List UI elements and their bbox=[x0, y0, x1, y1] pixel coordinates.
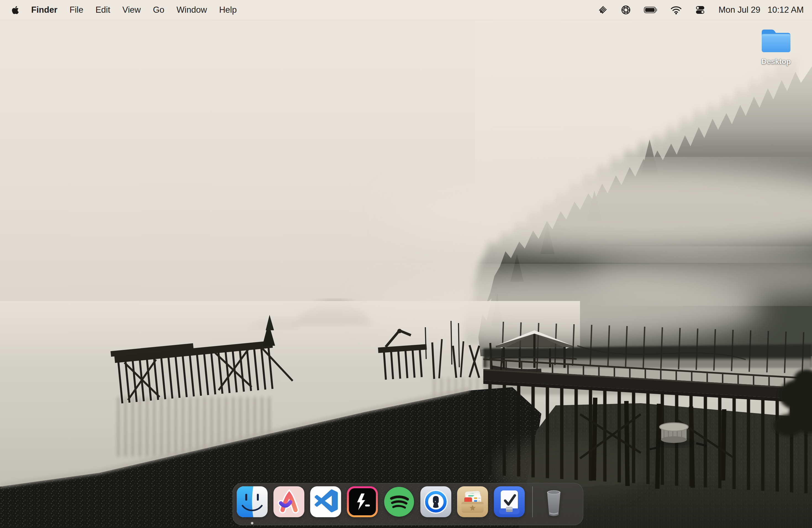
dock-trash-icon[interactable] bbox=[538, 486, 569, 517]
dock bbox=[233, 483, 583, 525]
finder-running-indicator bbox=[251, 522, 253, 524]
dock-vscode-icon[interactable] bbox=[310, 486, 341, 517]
apple-menu[interactable] bbox=[12, 5, 25, 15]
battery-icon[interactable] bbox=[644, 5, 657, 15]
dock-finder-icon[interactable] bbox=[237, 486, 267, 517]
striped-glyph-menu-extra-icon[interactable] bbox=[598, 5, 608, 15]
dock-warp-terminal-icon[interactable] bbox=[347, 486, 378, 517]
menu-bar: Finder File Edit View Go Window Help bbox=[0, 0, 812, 20]
menu-edit[interactable]: Edit bbox=[89, 5, 116, 15]
desktop-folder-label: Desktop bbox=[762, 57, 791, 66]
dock-1password-icon[interactable] bbox=[420, 486, 451, 517]
menubar-app-name[interactable]: Finder bbox=[25, 5, 63, 15]
macos-desktop: Finder File Edit View Go Window Help bbox=[0, 0, 812, 528]
dock-arc-browser-icon[interactable] bbox=[273, 486, 304, 517]
folder-icon bbox=[759, 27, 793, 56]
menubar-clock[interactable]: Mon Jul 29 10:12 AM bbox=[719, 5, 804, 15]
wallpaper-foggy-pier bbox=[0, 0, 812, 528]
dock-spotify-icon[interactable] bbox=[383, 486, 415, 517]
dock-things-icon[interactable] bbox=[494, 486, 525, 517]
menu-view[interactable]: View bbox=[116, 5, 147, 15]
control-center-icon[interactable] bbox=[695, 5, 706, 15]
clock-date: Mon Jul 29 bbox=[719, 5, 760, 15]
dock-separator bbox=[532, 486, 533, 517]
apple-logo-icon bbox=[12, 5, 19, 15]
menu-go[interactable]: Go bbox=[147, 5, 170, 15]
wifi-icon[interactable] bbox=[670, 5, 682, 15]
dock-goodlinks-icon[interactable] bbox=[457, 486, 488, 517]
menu-file[interactable]: File bbox=[63, 5, 89, 15]
desktop-folder-icon[interactable]: Desktop bbox=[756, 27, 797, 66]
aperture-menu-extra-icon[interactable] bbox=[621, 5, 631, 15]
menu-help[interactable]: Help bbox=[213, 5, 243, 15]
menu-window[interactable]: Window bbox=[170, 5, 213, 15]
clock-time: 10:12 AM bbox=[768, 5, 804, 15]
